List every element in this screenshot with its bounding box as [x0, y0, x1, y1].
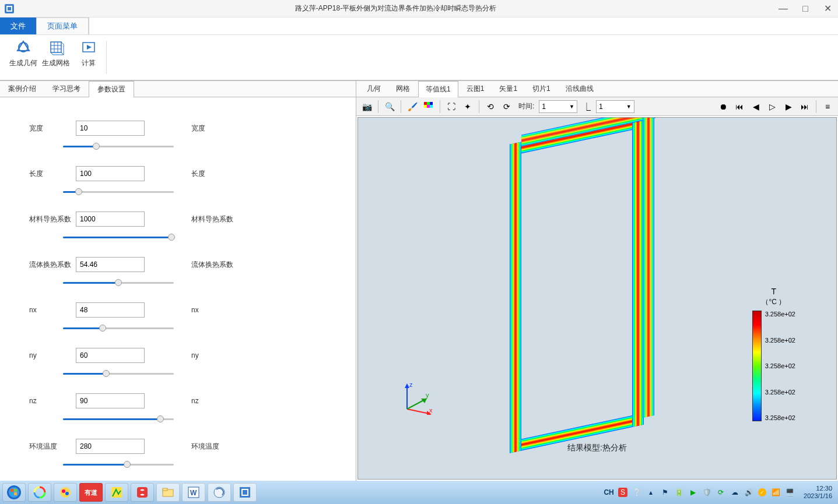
right-tab-2[interactable]: 等值线1 [418, 81, 458, 97]
menu-file[interactable]: 文件 [0, 17, 36, 34]
param-slider-2[interactable] [63, 232, 174, 242]
tray-battery-icon[interactable]: 🔋 [674, 488, 683, 497]
right-tab-5[interactable]: 切片1 [525, 81, 558, 97]
menu-pagemenu[interactable]: 页面菜单 [36, 17, 89, 34]
right-tab-6[interactable]: 沿线曲线 [559, 81, 601, 97]
taskbar-app-current[interactable] [233, 483, 257, 502]
colorbar-title: T [752, 287, 795, 296]
color-cube-icon[interactable] [422, 100, 436, 114]
param-slider-6[interactable] [63, 414, 174, 424]
right-tab-0[interactable]: 几何 [360, 81, 388, 97]
zoom-icon[interactable]: 🔍 [383, 100, 397, 114]
colorbar-gradient [752, 311, 762, 421]
right-tab-3[interactable]: 云图1 [460, 81, 492, 97]
param-input-0[interactable] [76, 121, 145, 136]
taskbar[interactable]: 有道 W CH S ❔ ▴ ⚑ 🔋 ▶ 🛡️ ⟳ ☁ 🔊 ✓ 📶 🖥️ 12:3… [0, 481, 838, 504]
tray-cloud-icon[interactable]: ☁ [730, 488, 739, 497]
brush-icon[interactable]: 🖌️ [405, 100, 419, 114]
taskbar-app-browser[interactable] [208, 483, 231, 502]
next-frame-icon[interactable]: ▶ [781, 100, 795, 114]
taskbar-app-1[interactable] [28, 483, 51, 502]
axis-gizmo: z x y [401, 380, 436, 415]
record-icon[interactable]: ⏺ [716, 100, 730, 114]
tray-volume-icon[interactable]: 🔊 [744, 488, 753, 497]
param-extra-label: ny [191, 351, 199, 360]
camera-icon[interactable]: 📷 [360, 100, 374, 114]
tray-play-icon[interactable]: ▶ [688, 488, 697, 497]
tray-shield-icon[interactable]: 🛡️ [702, 488, 711, 497]
taskbar-app-word[interactable]: W [182, 483, 205, 502]
minimize-button[interactable]: — [777, 3, 789, 15]
colorbar-label-4: 3.258e+02 [765, 414, 795, 421]
left-tab-params[interactable]: 参数设置 [89, 81, 134, 97]
svg-rect-5 [424, 102, 427, 105]
svg-rect-10 [430, 105, 433, 108]
time-combo-2[interactable]: 1▼ [596, 100, 634, 113]
param-slider-0[interactable] [63, 142, 174, 151]
tray-chevron-icon[interactable]: ▴ [646, 488, 655, 497]
close-button[interactable]: ✕ [822, 3, 833, 15]
param-slider-7[interactable] [63, 460, 174, 469]
tray-flag-icon[interactable]: ⚑ [660, 488, 669, 497]
skip-start-icon[interactable]: ⏮ [732, 100, 746, 114]
start-button[interactable] [2, 483, 26, 502]
colorbar-subtitle: （°C ） [752, 297, 795, 307]
right-tab-4[interactable]: 矢量1 [492, 81, 524, 97]
svg-rect-28 [137, 487, 148, 498]
taskbar-app-5[interactable] [131, 483, 154, 502]
tray-help-icon[interactable]: ❔ [632, 488, 641, 497]
param-input-7[interactable] [76, 439, 145, 454]
param-input-5[interactable] [76, 348, 145, 363]
param-input-3[interactable] [76, 257, 145, 272]
time-combo-1[interactable]: 1▼ [539, 100, 577, 113]
axes-icon[interactable]: ✦ [461, 100, 475, 114]
svg-rect-19 [10, 489, 13, 492]
tray-sync-icon[interactable]: ⟳ [716, 488, 725, 497]
ribbon-generate-mesh[interactable]: 生成网格 [40, 38, 72, 76]
viewport-3d[interactable]: z x y 结果模型:热分析 T （°C ） 3.258e+023.258e+0… [357, 117, 837, 480]
param-slider-4[interactable] [63, 323, 174, 333]
param-label: 宽度 [29, 124, 76, 133]
taskbar-app-3[interactable]: 有道 [79, 483, 103, 502]
menu-icon[interactable]: ≡ [821, 100, 835, 114]
prev-frame-icon[interactable]: ◀ [749, 100, 763, 114]
play-icon[interactable]: ▷ [765, 100, 779, 114]
tray-wifi-icon[interactable]: 📶 [771, 488, 780, 497]
range-icon[interactable]: ⎿ [580, 100, 594, 114]
param-slider-1[interactable] [63, 187, 174, 196]
param-input-4[interactable] [76, 302, 145, 318]
ribbon-compute[interactable]: 计算 [72, 38, 105, 76]
taskbar-app-2[interactable] [54, 483, 77, 502]
param-slider-3[interactable] [63, 278, 174, 287]
param-input-6[interactable] [76, 393, 145, 408]
param-input-1[interactable] [76, 166, 145, 181]
param-extra-label: 长度 [191, 169, 205, 179]
param-slider-5[interactable] [63, 369, 174, 378]
svg-line-13 [407, 409, 429, 414]
maximize-button[interactable]: □ [800, 3, 811, 15]
ribbon-generate-geometry[interactable]: 生成几何 [7, 38, 40, 76]
param-label: 长度 [29, 169, 76, 179]
rotate-cw-icon[interactable]: ⟳ [500, 100, 514, 114]
param-extra-label: 流体换热系数 [191, 260, 233, 270]
right-tab-1[interactable]: 网格 [389, 81, 417, 97]
skip-end-icon[interactable]: ⏭ [798, 100, 812, 114]
tray-sogou-icon[interactable]: S [618, 488, 627, 497]
colorbar-label-1: 3.258e+02 [765, 337, 795, 344]
left-tab-study[interactable]: 学习思考 [44, 81, 89, 97]
taskbar-app-4[interactable] [105, 483, 128, 502]
tray-pc-icon[interactable]: 🖥️ [785, 488, 794, 497]
menu-divider [89, 17, 89, 34]
tray-lang[interactable]: CH [604, 488, 613, 497]
left-tab-intro[interactable]: 案例介绍 [0, 81, 44, 97]
axis-z-label: z [409, 381, 413, 388]
geometry-icon [15, 38, 32, 56]
rotate-ccw-icon[interactable]: ⟲ [483, 100, 497, 114]
param-input-2[interactable] [76, 212, 145, 227]
fit-icon[interactable]: ⛶ [444, 100, 458, 114]
taskbar-app-explorer[interactable] [156, 483, 180, 502]
taskbar-clock[interactable]: 12:30 2023/1/16 [804, 485, 836, 500]
svg-rect-2 [51, 42, 61, 52]
tray-360-icon[interactable]: ✓ [758, 488, 766, 496]
svg-text:W: W [190, 489, 197, 497]
